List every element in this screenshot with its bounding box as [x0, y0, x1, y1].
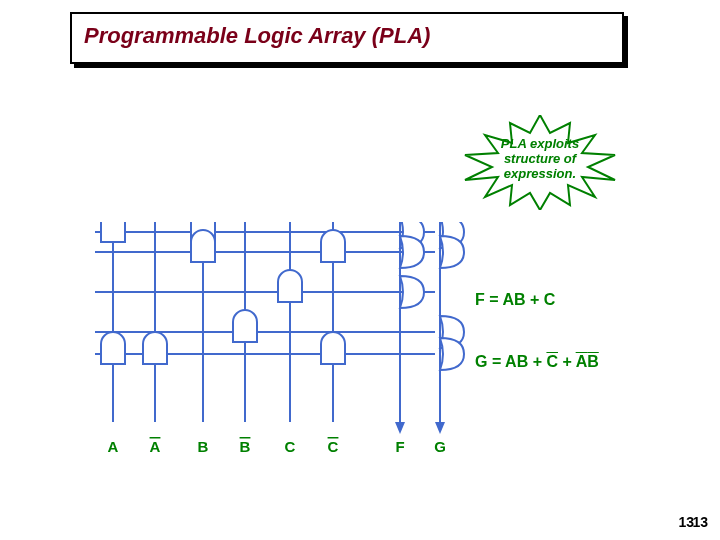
burst-caption: PLA exploits structure of expression.	[460, 115, 620, 182]
label-G: G	[434, 438, 446, 455]
burst-line3: expression.	[504, 166, 576, 181]
or-gates	[400, 222, 464, 370]
g-bbar: B	[587, 353, 599, 370]
slide-number: 13	[692, 514, 708, 530]
label-Bbar: B	[240, 438, 251, 455]
g-cbar: C	[546, 353, 558, 370]
output-equation-f: F = AB + C	[475, 291, 555, 309]
output-equation-g: G = AB + C + AB	[475, 353, 599, 371]
pla-diagram: A A B B C C F G	[95, 222, 565, 472]
output-arrows	[395, 422, 445, 434]
label-F: F	[395, 438, 404, 455]
label-Cbar: C	[328, 438, 339, 455]
label-B: B	[198, 438, 209, 455]
label-Abar: A	[150, 438, 161, 455]
g-abar: A	[576, 353, 588, 370]
pla-svg: A A B B C C F G	[95, 222, 565, 472]
burst-line1: PLA exploits	[501, 136, 579, 151]
svg-marker-15	[435, 422, 445, 434]
column-labels: A A B B C C F G	[108, 438, 446, 455]
svg-marker-14	[395, 422, 405, 434]
label-C: C	[285, 438, 296, 455]
title-box: Programmable Logic Array (PLA)	[70, 12, 624, 64]
callout-burst: PLA exploits structure of expression.	[460, 115, 620, 210]
g-prefix: G = AB +	[475, 353, 546, 370]
burst-line2: structure of	[504, 151, 576, 166]
g-plus: +	[558, 353, 576, 370]
page-title: Programmable Logic Array (PLA)	[72, 14, 622, 58]
label-A: A	[108, 438, 119, 455]
